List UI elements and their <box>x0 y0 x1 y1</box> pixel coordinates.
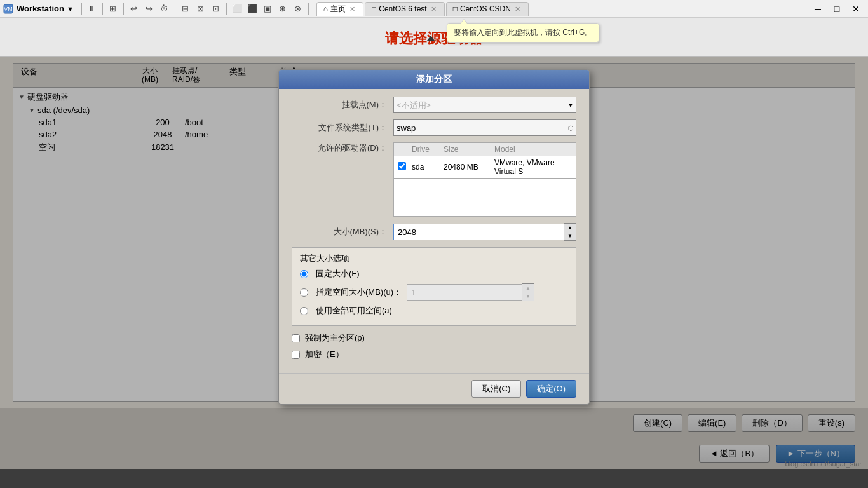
mount-select[interactable]: <不适用> <box>393 97 576 113</box>
specify-input[interactable] <box>407 284 522 301</box>
radio-all-input[interactable] <box>300 307 308 315</box>
radio-specify: 指定空间大小(MB)(u)： ▲ ▼ <box>300 283 568 301</box>
col-model: Model <box>494 145 572 154</box>
size-spinbox-buttons: ▲ ▼ <box>564 223 576 241</box>
tab-centos6[interactable]: □ CentOS 6 test ✕ <box>365 2 445 16</box>
tooltip-bubble: 要将输入定向到此虚拟机，请按 Ctrl+G。 <box>447 23 599 43</box>
checkbox-encrypt-row: 加密（E） <box>292 349 576 360</box>
radio-fixed: 固定大小(F) <box>300 268 568 280</box>
minimize-button[interactable]: ─ <box>808 1 827 17</box>
drive-model-sda: VMware, VMware Virtual S <box>494 158 572 176</box>
drives-label: 允许的驱动器(D)： <box>292 142 393 154</box>
toolbar-btn-1[interactable]: ⏸ <box>85 2 100 16</box>
toolbar-btn-10[interactable]: ⬛ <box>245 2 260 16</box>
modal-overlay: 添加分区 挂载点(M)： <不适用> ▼ <box>0 57 868 469</box>
drive-checkbox-sda[interactable] <box>398 162 406 170</box>
specify-spinbox: ▲ ▼ <box>407 283 508 301</box>
drive-row-sda[interactable]: sda 20480 MB VMware, VMware Virtual S <box>394 156 576 178</box>
col-drive: Drive <box>412 145 444 154</box>
app-dropdown[interactable]: ▼ <box>67 5 74 13</box>
modal-title: 添加分区 <box>279 70 589 89</box>
toolbar-btn-12[interactable]: ⊕ <box>275 2 290 16</box>
cancel-button[interactable]: 取消(C) <box>471 380 521 398</box>
titlebar: VM Workstation ▼ ⏸ ⊞ ↩ ↪ ⏱ ⊟ ⊠ ⊡ ⬜ ⬛ ▣ ⊕… <box>0 0 868 18</box>
checkbox-primary-label: 强制为主分区(p) <box>305 332 365 344</box>
tab-home[interactable]: ⌂ 主页 ✕ <box>316 2 363 16</box>
size-options-title: 其它大小选项 <box>300 253 568 264</box>
sep1 <box>81 3 82 15</box>
checkbox-primary[interactable] <box>292 334 300 342</box>
app-icon: VM <box>3 3 14 15</box>
tab-centos-csdn-label: CentOS CSDN <box>460 4 511 13</box>
drive-size-sda: 20480 MB <box>444 163 494 172</box>
tab-close-centos6[interactable]: ✕ <box>430 4 438 14</box>
checkbox-primary-row: 强制为主分区(p) <box>292 332 576 344</box>
checkbox-encrypt-label: 加密（E） <box>305 349 344 360</box>
specify-decrement: ▼ <box>522 292 534 301</box>
tab-home-label: 主页 <box>330 4 346 15</box>
tab-centos-csdn[interactable]: □ CentOS CSDN ✕ <box>446 2 529 16</box>
window-controls: ─ □ ✕ <box>808 1 865 17</box>
toolbar-btn-11[interactable]: ▣ <box>260 2 275 16</box>
maximize-button[interactable]: □ <box>827 1 846 17</box>
modal-footer: 取消(C) 确定(O) <box>279 373 589 404</box>
tab-centos-csdn-icon: □ <box>453 4 458 13</box>
drives-control: Drive Size Model sda 20480 MB <box>393 142 576 217</box>
drives-table: Drive Size Model sda 20480 MB <box>393 142 576 179</box>
app-name: Workstation <box>17 4 64 13</box>
fs-control: swap ext4 ext3 ext2 vfat ⬡ <box>393 119 576 136</box>
size-spinbox: ▲ ▼ <box>393 223 576 241</box>
radio-fixed-input[interactable] <box>300 270 308 278</box>
mount-control: <不适用> ▼ <box>393 97 576 113</box>
specify-spinbox-buttons: ▲ ▼ <box>522 283 534 301</box>
fs-select-wrapper: swap ext4 ext3 ext2 vfat ⬡ <box>393 119 576 136</box>
toolbar-btn-9[interactable]: ⬜ <box>229 2 245 16</box>
size-options-group: 其它大小选项 固定大小(F) 指定空间大小(MB)(u)： ▲ <box>292 247 576 326</box>
fs-label: 文件系统类型(T)： <box>292 122 393 133</box>
fs-row: 文件系统类型(T)： swap ext4 ext3 ext2 vfat <box>292 119 576 136</box>
col-check <box>398 145 412 154</box>
sep3 <box>123 3 124 15</box>
size-decrement[interactable]: ▼ <box>564 232 576 240</box>
drive-check-sda[interactable] <box>398 162 412 172</box>
drives-table-header: Drive Size Model <box>394 143 576 156</box>
size-row: 大小(MB)(S)： ▲ ▼ <box>292 223 576 241</box>
toolbar-btn-6[interactable]: ⊟ <box>178 2 193 16</box>
toolbar-btn-5[interactable]: ⏱ <box>157 2 172 16</box>
tab-centos6-icon: □ <box>372 4 376 13</box>
page-header: 要将输入定向到此虚拟机，请按 Ctrl+G。 请选择源驱动器 <box>0 18 868 57</box>
sep4 <box>175 3 175 15</box>
cursor-arrow <box>427 36 435 41</box>
toolbar-btn-4[interactable]: ↪ <box>142 2 157 16</box>
drive-name-sda: sda <box>412 163 444 172</box>
close-button[interactable]: ✕ <box>846 1 865 17</box>
tab-centos6-label: CentOS 6 test <box>379 4 426 13</box>
drives-empty-area <box>393 179 576 217</box>
toolbar-btn-2[interactable]: ⊞ <box>105 2 121 16</box>
size-label: 大小(MB)(S)： <box>292 226 393 238</box>
sep6 <box>308 3 309 15</box>
radio-all-space: 使用全部可用空间(a) <box>300 305 568 316</box>
radio-fixed-label: 固定大小(F) <box>316 268 360 280</box>
tab-bar: ⌂ 主页 ✕ □ CentOS 6 test ✕ □ CentOS CSDN ✕ <box>316 2 808 16</box>
radio-all-label: 使用全部可用空间(a) <box>316 305 392 316</box>
sep5 <box>226 3 227 15</box>
content-area: 设备 大小(MB) 挂载点/RAID/卷 类型 格式 ▼ 硬盘驱动器 ▼ sda… <box>0 57 868 469</box>
radio-specify-input[interactable] <box>300 288 308 297</box>
size-increment[interactable]: ▲ <box>564 224 576 232</box>
svg-text:VM: VM <box>4 6 13 12</box>
size-input[interactable] <box>393 224 564 240</box>
ok-button[interactable]: 确定(O) <box>526 380 576 398</box>
mount-row: 挂载点(M)： <不适用> ▼ <box>292 97 576 113</box>
size-control: ▲ ▼ <box>393 223 576 241</box>
toolbar-btn-3[interactable]: ↩ <box>126 2 142 16</box>
toolbar-btn-8[interactable]: ⊡ <box>208 2 224 16</box>
toolbar-btn-7[interactable]: ⊠ <box>193 2 208 16</box>
fs-select[interactable]: swap ext4 ext3 ext2 vfat <box>393 119 576 136</box>
toolbar-btn-13[interactable]: ⊗ <box>290 2 306 16</box>
tab-home-icon: ⌂ <box>323 4 328 13</box>
modal-body: 挂载点(M)： <不适用> ▼ 文件系统类型(T)： <box>279 89 589 373</box>
drives-row: 允许的驱动器(D)： Drive Size Model <box>292 142 576 217</box>
tab-close-centos-csdn[interactable]: ✕ <box>513 4 522 14</box>
checkbox-encrypt[interactable] <box>292 351 300 359</box>
